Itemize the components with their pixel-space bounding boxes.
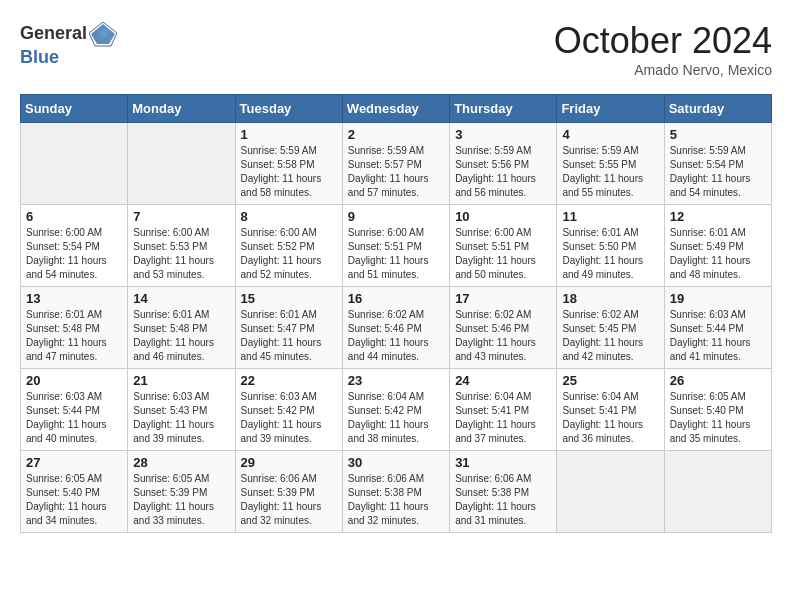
- day-info: Sunrise: 6:06 AM Sunset: 5:38 PM Dayligh…: [455, 472, 551, 528]
- day-number: 15: [241, 291, 337, 306]
- header-wednesday: Wednesday: [342, 95, 449, 123]
- calendar-cell: 29Sunrise: 6:06 AM Sunset: 5:39 PM Dayli…: [235, 451, 342, 533]
- day-info: Sunrise: 6:04 AM Sunset: 5:41 PM Dayligh…: [455, 390, 551, 446]
- calendar-cell: 28Sunrise: 6:05 AM Sunset: 5:39 PM Dayli…: [128, 451, 235, 533]
- day-number: 20: [26, 373, 122, 388]
- calendar-cell: 22Sunrise: 6:03 AM Sunset: 5:42 PM Dayli…: [235, 369, 342, 451]
- day-info: Sunrise: 6:04 AM Sunset: 5:41 PM Dayligh…: [562, 390, 658, 446]
- calendar-cell: 15Sunrise: 6:01 AM Sunset: 5:47 PM Dayli…: [235, 287, 342, 369]
- header-sunday: Sunday: [21, 95, 128, 123]
- calendar-cell: 3Sunrise: 5:59 AM Sunset: 5:56 PM Daylig…: [450, 123, 557, 205]
- day-number: 7: [133, 209, 229, 224]
- day-info: Sunrise: 6:05 AM Sunset: 5:40 PM Dayligh…: [26, 472, 122, 528]
- day-info: Sunrise: 6:01 AM Sunset: 5:48 PM Dayligh…: [26, 308, 122, 364]
- calendar-cell: 2Sunrise: 5:59 AM Sunset: 5:57 PM Daylig…: [342, 123, 449, 205]
- logo-general: General: [20, 24, 87, 44]
- calendar-cell: 26Sunrise: 6:05 AM Sunset: 5:40 PM Dayli…: [664, 369, 771, 451]
- month-title: October 2024: [554, 20, 772, 62]
- logo-text: General Blue: [20, 20, 117, 68]
- day-number: 19: [670, 291, 766, 306]
- day-info: Sunrise: 6:01 AM Sunset: 5:49 PM Dayligh…: [670, 226, 766, 282]
- calendar-cell: 4Sunrise: 5:59 AM Sunset: 5:55 PM Daylig…: [557, 123, 664, 205]
- day-number: 8: [241, 209, 337, 224]
- calendar-cell: 11Sunrise: 6:01 AM Sunset: 5:50 PM Dayli…: [557, 205, 664, 287]
- logo: General Blue: [20, 20, 117, 68]
- day-number: 17: [455, 291, 551, 306]
- calendar-cell: 12Sunrise: 6:01 AM Sunset: 5:49 PM Dayli…: [664, 205, 771, 287]
- day-number: 2: [348, 127, 444, 142]
- calendar-cell: 17Sunrise: 6:02 AM Sunset: 5:46 PM Dayli…: [450, 287, 557, 369]
- calendar-cell: 13Sunrise: 6:01 AM Sunset: 5:48 PM Dayli…: [21, 287, 128, 369]
- calendar-cell: 25Sunrise: 6:04 AM Sunset: 5:41 PM Dayli…: [557, 369, 664, 451]
- calendar-cell: 21Sunrise: 6:03 AM Sunset: 5:43 PM Dayli…: [128, 369, 235, 451]
- day-number: 21: [133, 373, 229, 388]
- calendar-cell: 5Sunrise: 5:59 AM Sunset: 5:54 PM Daylig…: [664, 123, 771, 205]
- day-number: 5: [670, 127, 766, 142]
- day-info: Sunrise: 6:01 AM Sunset: 5:47 PM Dayligh…: [241, 308, 337, 364]
- day-info: Sunrise: 6:02 AM Sunset: 5:45 PM Dayligh…: [562, 308, 658, 364]
- calendar-cell: 19Sunrise: 6:03 AM Sunset: 5:44 PM Dayli…: [664, 287, 771, 369]
- day-number: 23: [348, 373, 444, 388]
- day-info: Sunrise: 6:06 AM Sunset: 5:38 PM Dayligh…: [348, 472, 444, 528]
- location: Amado Nervo, Mexico: [554, 62, 772, 78]
- calendar-cell: 1Sunrise: 5:59 AM Sunset: 5:58 PM Daylig…: [235, 123, 342, 205]
- day-info: Sunrise: 6:03 AM Sunset: 5:43 PM Dayligh…: [133, 390, 229, 446]
- day-number: 14: [133, 291, 229, 306]
- day-info: Sunrise: 6:05 AM Sunset: 5:40 PM Dayligh…: [670, 390, 766, 446]
- day-info: Sunrise: 6:04 AM Sunset: 5:42 PM Dayligh…: [348, 390, 444, 446]
- day-info: Sunrise: 5:59 AM Sunset: 5:58 PM Dayligh…: [241, 144, 337, 200]
- day-info: Sunrise: 6:03 AM Sunset: 5:44 PM Dayligh…: [26, 390, 122, 446]
- calendar-cell: 27Sunrise: 6:05 AM Sunset: 5:40 PM Dayli…: [21, 451, 128, 533]
- day-info: Sunrise: 5:59 AM Sunset: 5:57 PM Dayligh…: [348, 144, 444, 200]
- day-number: 9: [348, 209, 444, 224]
- calendar-cell: 30Sunrise: 6:06 AM Sunset: 5:38 PM Dayli…: [342, 451, 449, 533]
- logo-icon: [89, 20, 117, 48]
- day-number: 12: [670, 209, 766, 224]
- day-info: Sunrise: 5:59 AM Sunset: 5:56 PM Dayligh…: [455, 144, 551, 200]
- day-number: 27: [26, 455, 122, 470]
- calendar-cell: 18Sunrise: 6:02 AM Sunset: 5:45 PM Dayli…: [557, 287, 664, 369]
- week-row-1: 6Sunrise: 6:00 AM Sunset: 5:54 PM Daylig…: [21, 205, 772, 287]
- day-info: Sunrise: 6:00 AM Sunset: 5:53 PM Dayligh…: [133, 226, 229, 282]
- week-row-4: 27Sunrise: 6:05 AM Sunset: 5:40 PM Dayli…: [21, 451, 772, 533]
- header-thursday: Thursday: [450, 95, 557, 123]
- calendar-cell: [128, 123, 235, 205]
- calendar-cell: 14Sunrise: 6:01 AM Sunset: 5:48 PM Dayli…: [128, 287, 235, 369]
- day-info: Sunrise: 6:06 AM Sunset: 5:39 PM Dayligh…: [241, 472, 337, 528]
- day-number: 25: [562, 373, 658, 388]
- calendar-cell: [557, 451, 664, 533]
- calendar-cell: 8Sunrise: 6:00 AM Sunset: 5:52 PM Daylig…: [235, 205, 342, 287]
- calendar-cell: 20Sunrise: 6:03 AM Sunset: 5:44 PM Dayli…: [21, 369, 128, 451]
- calendar-cell: 24Sunrise: 6:04 AM Sunset: 5:41 PM Dayli…: [450, 369, 557, 451]
- day-info: Sunrise: 6:00 AM Sunset: 5:54 PM Dayligh…: [26, 226, 122, 282]
- week-row-2: 13Sunrise: 6:01 AM Sunset: 5:48 PM Dayli…: [21, 287, 772, 369]
- day-info: Sunrise: 6:03 AM Sunset: 5:42 PM Dayligh…: [241, 390, 337, 446]
- day-info: Sunrise: 6:00 AM Sunset: 5:51 PM Dayligh…: [348, 226, 444, 282]
- day-number: 22: [241, 373, 337, 388]
- day-number: 18: [562, 291, 658, 306]
- week-row-3: 20Sunrise: 6:03 AM Sunset: 5:44 PM Dayli…: [21, 369, 772, 451]
- header-tuesday: Tuesday: [235, 95, 342, 123]
- calendar-header: SundayMondayTuesdayWednesdayThursdayFrid…: [21, 95, 772, 123]
- calendar-cell: 23Sunrise: 6:04 AM Sunset: 5:42 PM Dayli…: [342, 369, 449, 451]
- day-info: Sunrise: 6:00 AM Sunset: 5:52 PM Dayligh…: [241, 226, 337, 282]
- calendar-cell: 31Sunrise: 6:06 AM Sunset: 5:38 PM Dayli…: [450, 451, 557, 533]
- header-saturday: Saturday: [664, 95, 771, 123]
- day-info: Sunrise: 6:05 AM Sunset: 5:39 PM Dayligh…: [133, 472, 229, 528]
- title-section: October 2024 Amado Nervo, Mexico: [554, 20, 772, 78]
- day-number: 3: [455, 127, 551, 142]
- day-number: 16: [348, 291, 444, 306]
- calendar: SundayMondayTuesdayWednesdayThursdayFrid…: [20, 94, 772, 533]
- day-info: Sunrise: 5:59 AM Sunset: 5:55 PM Dayligh…: [562, 144, 658, 200]
- day-number: 4: [562, 127, 658, 142]
- day-number: 30: [348, 455, 444, 470]
- day-number: 1: [241, 127, 337, 142]
- day-number: 28: [133, 455, 229, 470]
- day-info: Sunrise: 6:00 AM Sunset: 5:51 PM Dayligh…: [455, 226, 551, 282]
- logo-blue: Blue: [20, 48, 117, 68]
- header-monday: Monday: [128, 95, 235, 123]
- calendar-cell: [664, 451, 771, 533]
- day-number: 29: [241, 455, 337, 470]
- header-friday: Friday: [557, 95, 664, 123]
- day-number: 10: [455, 209, 551, 224]
